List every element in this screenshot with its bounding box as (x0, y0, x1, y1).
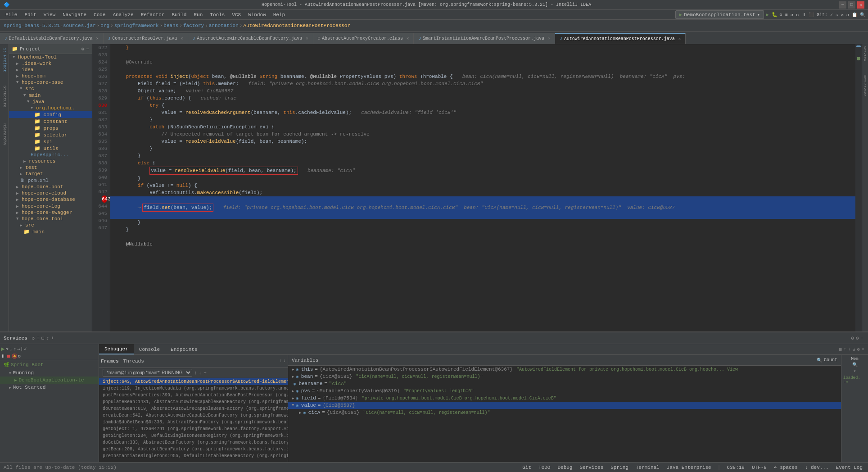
frames-btn2[interactable]: ↓ (283, 359, 286, 363)
frame-11[interactable]: preInstantiateSingletons:955, DefaultLis… (99, 453, 288, 459)
tree-hope-core-base[interactable]: ▼ hope-core-base (9, 79, 92, 86)
path-springframework[interactable]: springframework (114, 23, 159, 28)
minimize-button[interactable]: ─ (839, 1, 846, 9)
services-add[interactable]: + (51, 336, 54, 341)
git-status[interactable]: Git (520, 465, 533, 470)
path-annotation[interactable]: annotation (209, 23, 239, 28)
debug-toolbar-btn6[interactable]: ≡ (862, 347, 864, 352)
frame-7[interactable]: getObject:-1, 973604791 (org.springframe… (99, 426, 288, 432)
demo-boot-item[interactable]: ▶ DemoBootApplication-te (0, 377, 99, 384)
position-indicator[interactable]: 638:19 (725, 465, 746, 470)
window-menu[interactable]: Window (244, 11, 270, 18)
running-item[interactable]: ▼ Running (0, 369, 99, 377)
code-content[interactable]: } @Override protected void inject(Object… (110, 44, 855, 331)
tree-hope-core-log[interactable]: ▶ hope-core-log (9, 203, 92, 209)
help-menu[interactable]: Help (270, 11, 289, 18)
pause-button[interactable]: ⏸ (1, 354, 5, 359)
close-button[interactable]: ✕ (857, 1, 864, 9)
var-value[interactable]: ▼ ◉ value = {CicB@6587} (288, 402, 841, 409)
tree-test[interactable]: ▶ test (9, 164, 92, 171)
frame-5[interactable]: createBean:542, AbstractAutowireCapableB… (99, 412, 288, 419)
file-menu[interactable]: File (2, 11, 21, 18)
hierarchy-icon[interactable]: Hierarchy (0, 122, 9, 149)
run-button[interactable]: ▶ (766, 12, 769, 18)
tree-idea-work[interactable]: ▶ .idea-work (9, 60, 92, 67)
vcs-menu[interactable]: VCS (228, 11, 244, 18)
services-sort[interactable]: ↕ (46, 336, 50, 341)
var-field[interactable]: ▶ ◉ field = {Field@7534} "private org.ho… (288, 395, 841, 402)
tools-menu[interactable]: Tools (206, 11, 228, 18)
tree-pom-xml[interactable]: 🗎 pom.xml (9, 177, 92, 184)
tree-hope-bom[interactable]: ▶ hope-bom (9, 73, 92, 79)
structure-icon[interactable]: Structure (0, 84, 9, 111)
tree-main-tool[interactable]: 📁 main (9, 228, 92, 235)
not-started-item[interactable]: ▶ Not Started (0, 384, 99, 391)
frame-1[interactable]: inject:119, InjectionMetadata (org.sprin… (99, 385, 288, 392)
step-into[interactable]: ↓ (9, 346, 13, 352)
refactor-menu[interactable]: Refactor (137, 11, 168, 18)
frame-8[interactable]: getSingleton:234, DefaultSingletonBeanRe… (99, 432, 288, 439)
run-config[interactable]: ▶ DemoBootApplication-test ▾ (675, 10, 764, 19)
evaluate[interactable]: ✓ (24, 346, 27, 352)
tab-debugger[interactable]: Debugger (99, 344, 134, 354)
services-collapse[interactable]: − (860, 336, 863, 341)
tree-src[interactable]: ▼ src (9, 86, 92, 92)
services-status[interactable]: Services (578, 465, 605, 470)
view-menu[interactable]: View (40, 11, 59, 18)
maximize-button[interactable]: □ (848, 1, 855, 9)
resume-button[interactable]: ▶ (1, 345, 5, 353)
tree-config[interactable]: 📁 config (9, 111, 92, 118)
tree-src-tool[interactable]: ▶ src (9, 222, 92, 228)
tab-autowired-annotation[interactable]: J AutowiredAnnotationBeanPostProcessor.j… (555, 33, 686, 44)
tree-selector[interactable]: 📁 selector (9, 132, 92, 138)
settings-debug[interactable]: ⚙ (18, 354, 21, 359)
path-jar[interactable]: spring-beans-5.3.21-sources.jar (4, 23, 96, 28)
debug-toolbar-btn2[interactable]: ↑ (844, 347, 846, 352)
var-beanname[interactable]: ◉ beanName = "cicA" (288, 380, 841, 387)
run-to-cursor[interactable]: →| (17, 346, 23, 352)
services-reload[interactable]: ↺ (32, 335, 35, 341)
frame-4[interactable]: doCreateBean:619, AbstractAutowireCapabl… (99, 405, 288, 412)
tree-hope-core-boot[interactable]: ▶ hope-core-boot (9, 184, 92, 190)
mem-search[interactable]: 🔍 (852, 362, 858, 368)
thread-up[interactable]: ↑ (194, 370, 197, 376)
tree-package[interactable]: ▼ org.hopehomi. (9, 105, 92, 111)
debug-toolbar-btn4[interactable]: ↺ (853, 347, 855, 352)
step-over[interactable]: ↷ (5, 346, 9, 352)
tree-utils[interactable]: 📁 utils (9, 145, 92, 152)
edit-menu[interactable]: Edit (21, 11, 40, 18)
debug-button[interactable]: 🐛 (772, 12, 778, 18)
tab-constructor-resolver[interactable]: J ConstructorResolver.java ✕ (104, 33, 188, 44)
tree-hopeapplic[interactable]: HopeApplic... (9, 152, 92, 158)
event-log[interactable]: Event Log (834, 465, 864, 470)
run-menu[interactable]: Run (190, 11, 206, 18)
toolbar-more[interactable]: ⚙ ≡ ↺ ↻ ⏸ ⬛ Git: ✓ ≈ ✕ ↺ 📋 🔍 (780, 12, 865, 18)
spring-status[interactable]: Spring (609, 465, 630, 470)
spring-boot-item[interactable]: 🌿 Spring Boot (0, 360, 99, 369)
tab-endpoints[interactable]: Endpoints (165, 344, 203, 354)
thread-plus[interactable]: + (203, 370, 207, 376)
tree-java[interactable]: ▼ java (9, 99, 92, 105)
path-org[interactable]: org (100, 23, 109, 28)
step-out[interactable]: ↑ (14, 346, 17, 352)
var-search[interactable]: 🔍 (817, 358, 822, 363)
services-group[interactable]: ⊞ (41, 335, 45, 341)
tree-hope-core-tool[interactable]: ▼ hope-core-tool (9, 216, 92, 222)
run-config-dropdown[interactable]: ▾ (757, 12, 760, 18)
tree-constant[interactable]: 📁 constant (9, 118, 92, 125)
frame-6[interactable]: lambda$doGetBean$0:335, AbstractBeanFact… (99, 419, 288, 426)
thread-selector[interactable]: *main*@1 in group *main*: RUNNING (103, 369, 192, 377)
tab-default-listable[interactable]: J DefaultListableBeanFactory.java ✕ (0, 33, 104, 44)
spaces-indicator[interactable]: 4 spaces (772, 465, 800, 470)
project-icon[interactable]: 1: Project (0, 46, 9, 73)
code-menu[interactable]: Code (90, 11, 109, 18)
stop-button[interactable]: ⏹ (6, 354, 11, 359)
tree-hope-core-cloud[interactable]: ▶ hope-core-cloud (9, 190, 92, 196)
var-pvs[interactable]: ▶ ◉ pvs = {MutablePropertyValues@6319} "… (288, 387, 841, 395)
tree-hopehomi-tool[interactable]: ▼ Hopehomi-Tool (9, 54, 92, 60)
todo-status[interactable]: TODO (537, 465, 552, 470)
frame-9[interactable]: doGetBean:333, AbstractBeanFactory (org.… (99, 439, 288, 446)
setview-icon[interactable]: SetView (863, 46, 867, 61)
frame-10[interactable]: getBean:208, AbstractBeanFactory (org.sp… (99, 446, 288, 453)
tree-idea[interactable]: ▶ idea (9, 67, 92, 73)
